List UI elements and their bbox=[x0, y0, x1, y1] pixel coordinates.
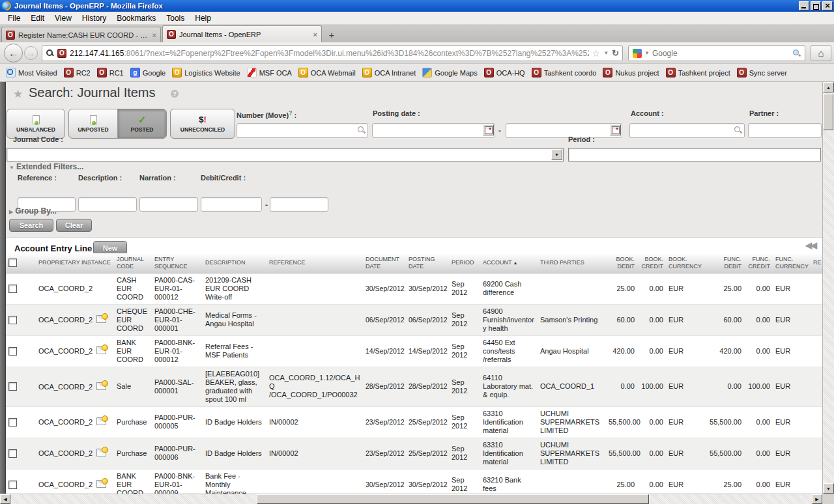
filter-unbalanced[interactable]: UNBALANCED bbox=[7, 109, 65, 138]
cell-cb[interactable] bbox=[6, 273, 31, 304]
forward-button[interactable]: → bbox=[24, 46, 38, 60]
cell-cb[interactable] bbox=[6, 438, 31, 469]
scroll-left-icon[interactable]: ◀ bbox=[0, 494, 10, 504]
column-header-instance[interactable]: PROPRIETARY INSTANCE bbox=[31, 253, 114, 273]
bookmark-item[interactable]: Most Visited bbox=[3, 66, 61, 79]
web-search-input[interactable] bbox=[652, 49, 790, 58]
back-button[interactable]: ← bbox=[4, 44, 23, 63]
posting-date-to-calendar-icon[interactable] bbox=[610, 124, 621, 135]
horizontal-scrollbar[interactable]: ◀ ▶ bbox=[0, 494, 822, 504]
url-dropdown-icon[interactable]: ▼ bbox=[603, 50, 609, 56]
extended-filters-toggle[interactable]: ▼Extended Filters... bbox=[9, 162, 83, 171]
table-row[interactable]: OCA_COORD_2SalePA000-SAL-000001[ELAEBEAG… bbox=[6, 367, 824, 406]
journal-code-select[interactable]: ▼ bbox=[7, 148, 564, 161]
description-input[interactable] bbox=[78, 197, 137, 212]
site-identity-key-icon[interactable] bbox=[46, 49, 54, 57]
horizontal-scroll-thumb[interactable] bbox=[257, 494, 649, 504]
column-header-post_date[interactable]: POSTING DATE bbox=[406, 253, 449, 273]
collapse-chevrons-icon[interactable]: ◀◀ bbox=[805, 240, 816, 250]
menu-tools[interactable]: Tools bbox=[161, 12, 190, 24]
menu-history[interactable]: History bbox=[77, 12, 111, 24]
browser-tab[interactable]: OJournal Items - OpenERP× bbox=[162, 25, 322, 42]
column-header-third_parties[interactable]: THIRD PARTIES bbox=[538, 253, 606, 273]
period-input[interactable] bbox=[568, 148, 821, 161]
column-header-book_credit[interactable]: BOOK. CREDIT bbox=[637, 253, 666, 273]
menu-file[interactable]: File bbox=[3, 12, 25, 24]
row-checkbox[interactable] bbox=[8, 382, 17, 391]
table-row[interactable]: OCA_COORD_2PurchasePA000-PUR-000006ID Ba… bbox=[6, 438, 824, 469]
bookmark-item[interactable]: ONukus project bbox=[599, 66, 662, 79]
favorite-star-icon[interactable]: ★ bbox=[13, 87, 23, 101]
google-engine-icon[interactable] bbox=[633, 49, 642, 58]
select-dropdown-icon[interactable]: ▼ bbox=[551, 149, 562, 160]
reload-icon[interactable]: ↻ bbox=[612, 48, 619, 58]
filter-unreconciled[interactable]: UNRECONCILED bbox=[171, 109, 235, 138]
bookmark-item[interactable]: ORC2 bbox=[61, 66, 94, 79]
bookmark-item[interactable]: OOCA Intranet bbox=[359, 66, 420, 79]
posting-date-from-calendar-icon[interactable] bbox=[483, 124, 494, 135]
row-checkbox[interactable] bbox=[8, 481, 17, 489]
bookmark-item[interactable]: OOCA Webmail bbox=[295, 66, 359, 79]
account-input[interactable] bbox=[629, 123, 745, 138]
posting-date-from-input[interactable] bbox=[372, 123, 495, 138]
tab-close-icon[interactable]: × bbox=[313, 31, 317, 38]
search-go-icon[interactable] bbox=[792, 49, 801, 57]
bookmark-star-icon[interactable]: ☆ bbox=[592, 48, 601, 59]
menu-bookmarks[interactable]: Bookmarks bbox=[111, 12, 161, 24]
column-header-journal[interactable]: JOURNAL CODE bbox=[114, 253, 152, 273]
restore-button[interactable] bbox=[811, 1, 821, 10]
column-header-reconcile[interactable]: RE bbox=[811, 253, 824, 273]
row-checkbox[interactable] bbox=[8, 316, 17, 324]
title-help-icon[interactable]: ? bbox=[171, 90, 179, 98]
column-header-period[interactable]: PERIOD bbox=[449, 253, 480, 273]
bookmark-item[interactable]: OOCA-HQ bbox=[481, 66, 528, 79]
bookmark-item[interactable]: gGoogle bbox=[127, 66, 169, 79]
number-move-input[interactable] bbox=[237, 123, 368, 138]
column-header-sequence[interactable]: ENTRY SEQUENCE bbox=[152, 253, 203, 273]
row-checkbox[interactable] bbox=[8, 418, 17, 427]
column-header-reference[interactable]: REFERENCE bbox=[266, 253, 363, 273]
bookmark-item[interactable]: OSync server bbox=[734, 66, 790, 79]
scroll-right-icon[interactable]: ▶ bbox=[812, 494, 822, 504]
home-button[interactable]: ⌂ bbox=[811, 45, 831, 61]
cell-cb[interactable] bbox=[6, 304, 31, 335]
column-header-description[interactable]: DESCRIPTION bbox=[203, 253, 266, 273]
table-row[interactable]: OCA_COORD_2CHEQUE EUR COORDPA000-CHE-EUR… bbox=[6, 304, 824, 335]
column-header-func_credit[interactable]: FUNC. CREDIT bbox=[744, 253, 773, 273]
search-button[interactable]: Search bbox=[9, 219, 53, 232]
menu-view[interactable]: View bbox=[50, 12, 77, 24]
clear-button[interactable]: Clear bbox=[56, 219, 92, 232]
posting-date-to-input[interactable] bbox=[506, 123, 622, 138]
column-header-book_currency[interactable]: BOOK. CURRENCY bbox=[666, 253, 704, 273]
bookmark-item[interactable]: OLogistics Website bbox=[169, 66, 243, 79]
partner-input[interactable] bbox=[748, 123, 822, 138]
debit-credit-from-input[interactable] bbox=[201, 197, 262, 212]
tab-close-icon[interactable]: × bbox=[152, 31, 156, 39]
cell-cb[interactable] bbox=[6, 367, 31, 406]
column-header-account[interactable]: ACCOUNT ▲ bbox=[480, 253, 538, 273]
scroll-down-icon[interactable]: ▼ bbox=[823, 483, 834, 494]
vertical-scroll-thumb[interactable] bbox=[823, 94, 833, 130]
column-header-func_currency[interactable]: FUNC. CURRENCY bbox=[773, 253, 811, 273]
new-button[interactable]: New bbox=[93, 241, 127, 255]
bookmark-item[interactable]: Google Maps bbox=[419, 66, 480, 79]
column-header-func_debit[interactable]: FUNC. DEBIT bbox=[704, 253, 744, 273]
table-row[interactable]: OCA_COORD_2PurchasePA000-PUR-000005ID Ba… bbox=[6, 406, 824, 438]
url-bar[interactable]: O 212.147.41.165:8061/?next=%2Fopenerp%2… bbox=[42, 45, 623, 61]
bookmark-item[interactable]: OTashkent project bbox=[663, 66, 734, 79]
row-checkbox[interactable] bbox=[8, 285, 17, 293]
vertical-scrollbar[interactable]: ▲ ▼ bbox=[822, 82, 834, 494]
table-row[interactable]: OCA_COORD_2BANK EUR COORDPA000-BNK-EUR-0… bbox=[6, 335, 824, 367]
column-header-book_debit[interactable]: BOOK. DEBIT bbox=[606, 253, 637, 273]
filter-posted[interactable]: POSTED bbox=[117, 109, 166, 138]
select-all-checkbox[interactable] bbox=[8, 259, 17, 267]
scroll-up-icon[interactable]: ▲ bbox=[823, 82, 834, 92]
cell-cb[interactable] bbox=[6, 335, 31, 367]
collapsed-sidebar-strip[interactable] bbox=[0, 82, 6, 494]
browser-tab[interactable]: ORegister Name:CASH EUR COORD - Ope...× bbox=[1, 27, 161, 42]
close-button[interactable] bbox=[822, 1, 833, 10]
debit-credit-to-input[interactable] bbox=[270, 197, 328, 212]
bookmark-item[interactable]: OTashkent coordo bbox=[528, 66, 600, 79]
row-checkbox[interactable] bbox=[8, 449, 17, 458]
menu-help[interactable]: Help bbox=[190, 12, 216, 24]
